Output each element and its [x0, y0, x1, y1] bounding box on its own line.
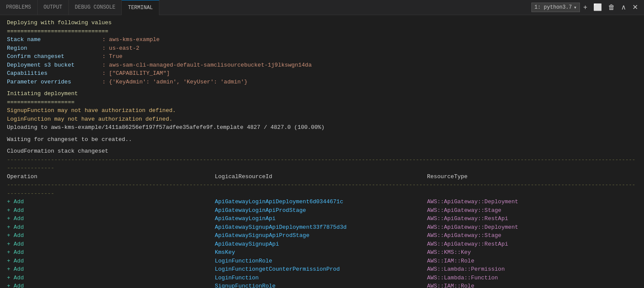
kv-stack-name: Stack name : aws-kms-example — [7, 35, 637, 44]
tab-debug-console[interactable]: DEBUG CONSOLE — [69, 0, 122, 15]
tab-output[interactable]: OUTPUT — [38, 0, 69, 15]
table-row: + Add LoginFunctiongetCounterPermissionP… — [7, 265, 637, 274]
warning-login: LoginFunction may not have authorization… — [7, 115, 637, 124]
table-row: + Add ApiGatewaySignupApiDeployment33f78… — [7, 223, 637, 232]
kv-param-overrides: Parameter overrides : {'KeyAdmin': 'admi… — [7, 78, 637, 86]
table-row: + Add KmsKey AWS::KMS::Key — [7, 248, 637, 257]
separator-heading: ============================== — [7, 27, 637, 36]
split-terminal-button[interactable]: ⬜ — [591, 3, 605, 12]
table-row: + Add ApiGatewayLoginApiProdStage AWS::A… — [7, 206, 637, 215]
separator-initiating: ==================== — [7, 98, 637, 107]
table-row: + Add LoginFunction AWS::Lambda::Functio… — [7, 274, 637, 282]
dashed-top: ----------------------------------------… — [7, 156, 637, 173]
trash-terminal-button[interactable]: 🗑 — [605, 3, 618, 12]
waiting-line: Waiting for changeset to be created.. — [7, 135, 637, 144]
table-header: Operation LogicalResourceId ResourceType — [7, 173, 637, 181]
kv-deployment-bucket: Deployment s3 bucket : aws-sam-cli-manag… — [7, 61, 637, 70]
table-row: + Add LoginFunctionRole AWS::IAM::Role — [7, 257, 637, 266]
kv-confirm-changeset: Confirm changeset : True — [7, 52, 637, 61]
changeset-label: CloudFormation stack changeset — [7, 147, 637, 156]
tab-bar: PROBLEMS OUTPUT DEBUG CONSOLE TERMINAL 1… — [0, 0, 644, 15]
tab-terminal[interactable]: TERMINAL — [122, 0, 159, 15]
table-row: + Add ApiGatewaySignupApi AWS::ApiGatewa… — [7, 240, 637, 249]
terminal-instance-dropdown[interactable]: 1: python3.7 ▾ — [531, 3, 580, 12]
deploy-heading: Deploying with following values — [7, 19, 637, 27]
table-row: + Add SignupFunctionRole AWS::IAM::Role — [7, 282, 637, 288]
terminal-controls: 1: python3.7 ▾ + ⬜ 🗑 ∧ ✕ — [531, 3, 644, 12]
kv-region: Region : us-east-2 — [7, 44, 637, 53]
terminal-content[interactable]: Deploying with following values ========… — [0, 15, 644, 288]
table-row: + Add ApiGatewayLoginApiDeployment6d0344… — [7, 198, 637, 206]
upload-line: Uploading to aws-kms-example/1411a86256e… — [7, 123, 637, 132]
new-terminal-button[interactable]: + — [581, 3, 590, 12]
kv-capabilities: Capabilities : ["CAPABILITY_IAM"] — [7, 69, 637, 78]
table-row: + Add ApiGatewayLoginApi AWS::ApiGateway… — [7, 214, 637, 223]
tab-problems[interactable]: PROBLEMS — [0, 0, 38, 15]
warning-signup: SignupFunction may not have authorizatio… — [7, 106, 637, 115]
collapse-terminal-button[interactable]: ∧ — [618, 3, 629, 12]
initiating-heading: Initiating deployment — [7, 90, 637, 98]
close-terminal-button[interactable]: ✕ — [630, 3, 641, 12]
dashed-header: ----------------------------------------… — [7, 181, 637, 198]
table-row: + Add ApiGatewaySignupApiProdStage AWS::… — [7, 231, 637, 240]
